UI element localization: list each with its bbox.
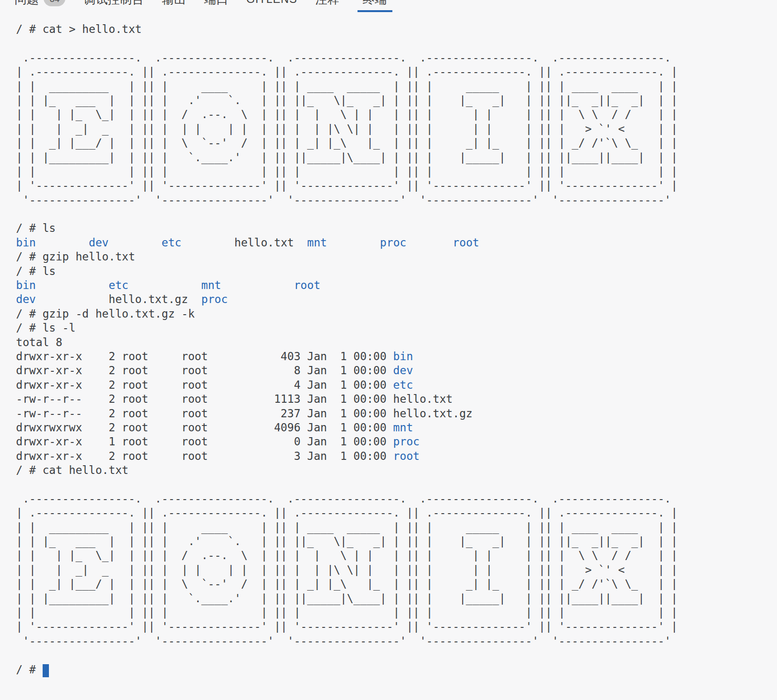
- directory-name: dev: [16, 293, 36, 305]
- terminal-line: / # ls: [16, 221, 777, 235]
- directory-name: proc: [393, 435, 420, 448]
- terminal-line: '----------------' '----------------' '-…: [16, 634, 777, 648]
- terminal-line: drwxr-xr-x 2 root root 4 Jan 1 00:00 etc: [16, 378, 777, 392]
- terminal-line: [16, 36, 777, 50]
- tab-comments-label: 注释: [315, 0, 340, 6]
- tab-gitlens-label: GITLENS: [246, 0, 297, 7]
- tab-problems-label: 问题: [15, 0, 39, 6]
- tab-ports[interactable]: 端口: [204, 0, 228, 10]
- terminal-line: '----------------' '----------------' '-…: [16, 193, 777, 207]
- tab-output[interactable]: 输出: [162, 0, 186, 10]
- terminal-line: [16, 207, 777, 221]
- tab-problems[interactable]: 问题 64: [15, 0, 65, 12]
- tab-output-label: 输出: [162, 0, 186, 6]
- directory-name: bin: [16, 279, 36, 291]
- terminal-line: / # cat > hello.txt: [16, 22, 777, 36]
- terminal-line: | | | || | | || | | || | | || | | |: [16, 606, 777, 620]
- directory-name: root: [393, 450, 420, 462]
- directory-name: root: [453, 236, 480, 249]
- directory-name: bin: [16, 236, 36, 249]
- terminal-line: -rw-r--r-- 2 root root 1113 Jan 1 00:00 …: [16, 392, 777, 406]
- tab-gitlens[interactable]: GITLENS: [246, 0, 297, 11]
- directory-name: etc: [109, 279, 128, 291]
- terminal-line: bin etc mnt root: [16, 278, 777, 292]
- terminal-line: dev hello.txt.gz proc: [16, 292, 777, 306]
- terminal-line: | | | |_ \_| | || | / .--. \ | || | | \ …: [16, 548, 777, 563]
- terminal-line: | '--------------' || '--------------' |…: [16, 620, 777, 634]
- tab-debug-console[interactable]: 调试控制台: [83, 0, 144, 10]
- terminal-line: / # ls -l: [16, 321, 777, 335]
- terminal-line: | | | |_ \_| | || | / .--. \ | || | | \ …: [16, 107, 777, 122]
- directory-name: root: [294, 279, 321, 291]
- terminal-line: | | |_ ___ | | || | .' `. | || ||_ \|_ _…: [16, 534, 777, 548]
- terminal-line: bin dev etc hello.txt mnt proc root: [16, 236, 777, 250]
- terminal-line: | | _________ | || | ____ | || | ____ __…: [16, 79, 777, 93]
- terminal-output[interactable]: / # cat > hello.txt .----------------. .…: [0, 0, 777, 700]
- directory-name: mnt: [393, 421, 413, 434]
- tab-comments[interactable]: 注释: [315, 0, 340, 10]
- terminal-line: [16, 648, 777, 662]
- tab-terminal[interactable]: 终端: [357, 0, 392, 12]
- directory-name: dev: [89, 236, 109, 249]
- terminal-line: total 8: [16, 335, 777, 350]
- terminal-line: | | |_________| | || | `.____.' | || ||_…: [16, 592, 777, 606]
- terminal-line: / # ls: [16, 264, 777, 278]
- terminal-line: | | |_________| | || | `.____.' | || ||_…: [16, 151, 777, 165]
- panel-tab-bar: 问题 64 调试控制台 输出 端口 GITLENS 注释 终端: [15, 0, 392, 12]
- terminal-line: .----------------. .----------------. .-…: [16, 492, 777, 506]
- terminal-line: | | | _| _ | || | | | | | | || | | |\ \|…: [16, 563, 777, 577]
- terminal-line: / # gzip -d hello.txt.gz -k: [16, 307, 777, 321]
- terminal-line: | | _| |___/ | | || | \ `--' / | || | _|…: [16, 136, 777, 150]
- terminal-line: drwxr-xr-x 1 root root 0 Jan 1 00:00 pro…: [16, 435, 777, 449]
- terminal-line: | | | || | | || | | || | | || | | |: [16, 165, 777, 179]
- terminal-line: | .--------------. || .--------------. |…: [16, 65, 777, 79]
- directory-name: dev: [393, 364, 413, 377]
- terminal-line: drwxr-xr-x 2 root root 403 Jan 1 00:00 b…: [16, 350, 777, 364]
- terminal-line: | | |_ ___ | | || | .' `. | || ||_ \|_ _…: [16, 93, 777, 107]
- directory-name: proc: [201, 293, 228, 305]
- directory-name: mnt: [307, 236, 327, 249]
- directory-name: etc: [162, 236, 182, 249]
- tab-terminal-label: 终端: [363, 0, 387, 6]
- directory-name: etc: [393, 379, 413, 391]
- terminal-line: | '--------------' || '--------------' |…: [16, 179, 777, 193]
- terminal-line: drwxr-xr-x 2 root root 8 Jan 1 00:00 dev: [16, 364, 777, 378]
- tab-debug-console-label: 调试控制台: [83, 0, 144, 6]
- terminal-line: / #: [16, 663, 777, 677]
- directory-name: proc: [380, 236, 406, 249]
- terminal-line: drwxr-xr-x 2 root root 3 Jan 1 00:00 roo…: [16, 449, 777, 463]
- terminal-line: | | _________ | || | ____ | || | ____ __…: [16, 520, 777, 534]
- directory-name: mnt: [201, 279, 221, 291]
- terminal-line: -rw-r--r-- 2 root root 237 Jan 1 00:00 h…: [16, 407, 777, 421]
- tab-ports-label: 端口: [204, 0, 228, 6]
- terminal-line: | | | _| _ | || | | | | | | || | | |\ \|…: [16, 122, 777, 136]
- terminal-line: | .--------------. || .--------------. |…: [16, 506, 777, 520]
- directory-name: bin: [393, 350, 413, 363]
- terminal-line: / # cat hello.txt: [16, 463, 777, 477]
- terminal-line: drwxrwxrwx 2 root root 4096 Jan 1 00:00 …: [16, 421, 777, 435]
- terminal-line: [16, 478, 777, 492]
- terminal-cursor: [43, 664, 49, 677]
- terminal-line: .----------------. .----------------. .-…: [16, 51, 777, 65]
- problems-count-badge: 64: [44, 0, 65, 6]
- terminal-line: / # gzip hello.txt: [16, 250, 777, 264]
- terminal-line: | | _| |___/ | | || | \ `--' / | || | _|…: [16, 577, 777, 591]
